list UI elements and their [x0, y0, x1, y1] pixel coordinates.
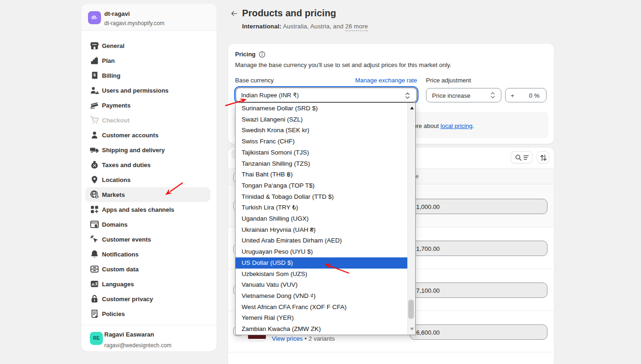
svg-text:$: $ [93, 73, 96, 77]
svg-text:A: A [92, 282, 95, 287]
